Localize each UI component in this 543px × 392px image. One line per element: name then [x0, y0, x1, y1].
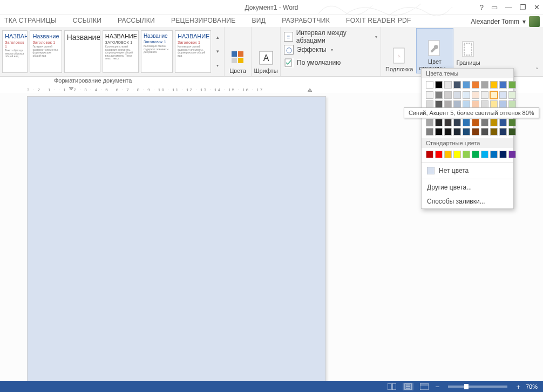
color-swatch[interactable] [472, 91, 479, 99]
color-swatch[interactable] [508, 81, 516, 89]
style-card[interactable]: НАЗВАНИЕ ЗАГОЛОВОК 1 Коллекция стилей со… [103, 30, 139, 73]
color-swatch[interactable] [463, 100, 470, 108]
color-swatch[interactable] [481, 91, 488, 99]
close-icon[interactable]: ✕ [534, 3, 540, 11]
color-swatch[interactable] [490, 81, 498, 89]
read-mode-icon[interactable] [386, 383, 397, 390]
theme-fonts-button[interactable]: A Шрифты [252, 30, 280, 75]
color-swatch[interactable] [490, 151, 498, 158]
color-swatch[interactable] [499, 81, 507, 89]
color-swatch[interactable] [426, 100, 433, 108]
effects-button[interactable]: ◯ Эффекты▾ [284, 43, 377, 56]
color-swatch[interactable] [435, 91, 443, 99]
color-swatch[interactable] [508, 151, 516, 158]
chevron-down-icon[interactable]: ▼ [215, 49, 220, 54]
chevron-more-icon[interactable]: ▾ [216, 63, 219, 68]
color-swatch[interactable] [435, 128, 443, 136]
tab-view[interactable]: ВИД [252, 17, 266, 27]
user-area[interactable]: Alexander Tomm ▾ [471, 16, 540, 27]
color-swatch[interactable] [481, 81, 488, 89]
color-swatch[interactable] [444, 119, 452, 126]
style-gallery-scroll[interactable]: ▲ ▼ ▾ [213, 30, 222, 73]
right-indent-icon[interactable] [308, 87, 312, 92]
watermark-button[interactable]: A Подложка [383, 28, 415, 73]
color-swatch[interactable] [490, 91, 498, 99]
color-swatch[interactable] [453, 100, 461, 108]
color-swatch[interactable] [426, 128, 433, 136]
color-swatch[interactable] [499, 91, 507, 99]
page-borders-button[interactable]: Границыстраниц [454, 28, 483, 73]
user-dropdown-icon[interactable]: ▾ [522, 18, 526, 25]
color-swatch[interactable] [444, 128, 452, 136]
tab-page-layout[interactable]: ТКА СТРАНИЦЫ [4, 17, 57, 27]
tab-mailings[interactable]: РАССЫЛКИ [118, 17, 155, 27]
color-swatch[interactable] [426, 119, 433, 126]
web-layout-icon[interactable] [419, 383, 430, 390]
color-swatch[interactable] [453, 119, 461, 126]
color-swatch[interactable] [463, 91, 470, 99]
tab-review[interactable]: РЕЦЕНЗИРОВАНИЕ [171, 17, 236, 27]
color-swatch[interactable] [481, 128, 488, 136]
color-swatch[interactable] [435, 119, 443, 126]
restore-icon[interactable]: ❐ [520, 3, 526, 11]
fill-effects-option[interactable]: Способы заливки... [422, 194, 513, 208]
color-swatch[interactable] [463, 119, 470, 126]
color-swatch[interactable] [499, 119, 507, 126]
color-swatch[interactable] [435, 100, 443, 108]
document-page[interactable] [27, 96, 326, 381]
more-colors-option[interactable]: Другие цвета... [422, 180, 513, 194]
color-swatch[interactable] [481, 151, 488, 158]
color-swatch[interactable] [472, 128, 479, 136]
tab-references[interactable]: ССЫЛКИ [73, 17, 101, 27]
color-swatch[interactable] [508, 91, 516, 99]
color-swatch[interactable] [426, 81, 433, 89]
color-swatch[interactable] [463, 81, 470, 89]
color-swatch[interactable] [472, 151, 479, 158]
color-swatch[interactable] [490, 100, 498, 108]
color-swatch[interactable] [435, 81, 443, 89]
color-swatch[interactable] [508, 128, 516, 136]
collapse-ribbon-icon[interactable]: ˄ [535, 67, 539, 74]
color-swatch[interactable] [499, 151, 507, 158]
page-color-button[interactable]: Цветстраницы ▾ [416, 28, 453, 73]
theme-colors-button[interactable]: Цвета [227, 30, 249, 75]
set-default-button[interactable]: По умолчанию [284, 56, 377, 69]
color-swatch[interactable] [481, 119, 488, 126]
style-card[interactable]: Название Заголовок 1 Коллекция стилей со… [141, 30, 173, 73]
color-swatch[interactable] [426, 91, 433, 99]
color-swatch[interactable] [453, 91, 461, 99]
minimize-icon[interactable]: — [505, 3, 512, 11]
color-swatch[interactable] [444, 100, 452, 108]
print-layout-icon[interactable] [403, 383, 413, 390]
avatar[interactable] [529, 16, 540, 27]
ribbon-options-icon[interactable]: ▭ [491, 3, 498, 11]
style-card[interactable]: Название Заголовок 1 Галерея стилей соде… [30, 30, 62, 73]
style-card[interactable]: НАЗВАНИЕ Заголовок 1 Текст образца текст… [2, 30, 28, 73]
color-swatch[interactable] [444, 91, 452, 99]
color-swatch[interactable] [508, 100, 516, 108]
color-swatch[interactable] [453, 151, 461, 158]
zoom-in-button[interactable]: + [516, 383, 520, 391]
color-swatch[interactable] [444, 81, 452, 89]
color-swatch[interactable] [472, 100, 479, 108]
zoom-slider[interactable] [448, 386, 507, 388]
zoom-thumb[interactable] [464, 384, 469, 389]
first-line-indent-icon[interactable] [69, 87, 73, 91]
color-swatch[interactable] [435, 151, 443, 158]
help-icon[interactable]: ? [480, 3, 484, 11]
zoom-out-button[interactable]: − [435, 382, 439, 391]
color-swatch[interactable] [444, 151, 452, 158]
color-swatch[interactable] [490, 119, 498, 126]
style-gallery[interactable]: НАЗВАНИЕ Заголовок 1 Текст образца текст… [0, 27, 225, 76]
color-swatch[interactable] [481, 100, 488, 108]
no-color-option[interactable]: Нет цвета [422, 164, 513, 178]
color-swatch[interactable] [463, 151, 470, 158]
color-swatch[interactable] [463, 128, 470, 136]
color-swatch[interactable] [426, 151, 433, 158]
style-card[interactable]: НАЗВАНИЕ Заголовок 1 Коллекция стилей со… [175, 30, 211, 73]
chevron-up-icon[interactable]: ▲ [215, 35, 220, 40]
color-swatch[interactable] [472, 81, 479, 89]
color-swatch[interactable] [453, 81, 461, 89]
paragraph-spacing-button[interactable]: ≡ Интервал между абзацами▾ [284, 30, 377, 43]
color-swatch[interactable] [508, 119, 516, 126]
